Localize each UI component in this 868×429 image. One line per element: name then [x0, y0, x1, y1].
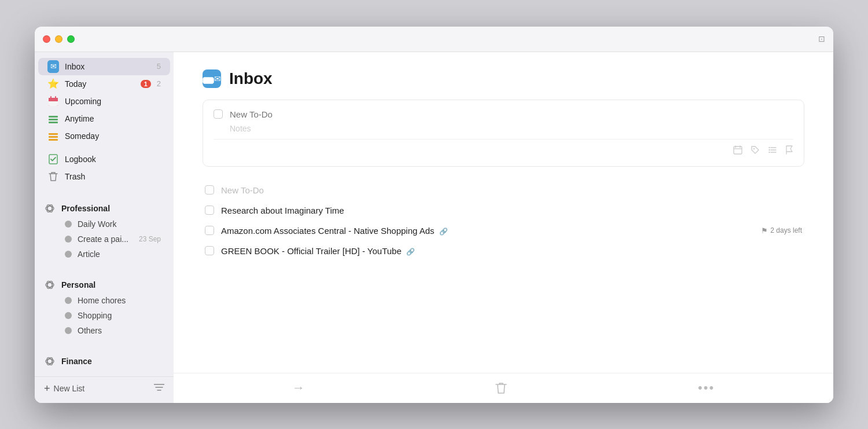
personal-label: Personal	[61, 280, 95, 289]
svg-rect-27	[734, 146, 742, 154]
todo-row-checkbox-1[interactable]	[205, 206, 214, 215]
delete-button[interactable]	[495, 382, 507, 394]
sidebar-item-article[interactable]: Article	[38, 247, 170, 262]
table-row[interactable]: Amazon.com Associates Central - Native S…	[203, 221, 804, 240]
sidebar-item-today[interactable]: ⭐ Today 1 2	[38, 75, 170, 93]
new-todo-input[interactable]	[230, 109, 793, 119]
todo-row-checkbox-3[interactable]	[205, 246, 214, 255]
others-dot	[65, 327, 72, 334]
svg-point-35	[768, 146, 770, 148]
sidebar-item-someday[interactable]: Someday	[38, 127, 170, 145]
todo-row-label-0: New To-Do	[221, 185, 802, 195]
svg-rect-9	[49, 133, 58, 135]
close-button[interactable]	[43, 35, 50, 43]
checklist-tool-icon[interactable]	[768, 145, 777, 157]
svg-rect-11	[49, 139, 58, 141]
todo-toolbar	[214, 139, 793, 157]
maximize-button[interactable]	[67, 35, 75, 43]
sidebar-item-shopping[interactable]: Shopping	[38, 308, 170, 323]
inbox-header-icon: ✉	[203, 69, 221, 88]
svg-rect-10	[49, 136, 58, 138]
createapai-label: Create a pai...	[78, 234, 133, 244]
todo-row-label-2: Amazon.com Associates Central - Native S…	[221, 226, 754, 236]
table-row[interactable]: New To-Do	[203, 181, 804, 200]
dailywork-label: Daily Work	[78, 219, 161, 229]
personal-section-icon	[44, 279, 56, 291]
finance-section-icon	[44, 355, 56, 367]
todo-input-row	[214, 109, 793, 119]
link-icon: 🔗	[439, 228, 448, 236]
content-area: ✉ Inbox 5 ⭐ Today 1 2	[35, 52, 833, 403]
sidebar: ✉ Inbox 5 ⭐ Today 1 2	[35, 52, 174, 403]
new-list-label: New List	[54, 384, 85, 393]
sidebar-item-upcoming[interactable]: Upcoming	[38, 93, 170, 110]
svg-rect-25	[203, 78, 214, 83]
sidebar-upcoming-label: Upcoming	[65, 97, 161, 106]
others-label: Others	[78, 326, 161, 335]
sidebar-item-others[interactable]: Others	[38, 323, 170, 338]
svg-point-36	[768, 149, 770, 150]
sidebar-today-badge: 1	[141, 80, 151, 88]
new-todo-card[interactable]: Notes	[203, 100, 804, 167]
sidebar-anytime-label: Anytime	[65, 114, 161, 123]
sidebar-item-logbook[interactable]: Logbook	[38, 151, 170, 168]
new-todo-checkbox[interactable]	[214, 109, 223, 119]
homechores-dot	[65, 297, 72, 304]
table-row[interactable]: Research about Imaginary Time	[203, 201, 804, 220]
sidebar-footer: + New List	[35, 376, 174, 403]
todo-list: New To-Do Research about Imaginary Time …	[203, 181, 804, 261]
professional-section-icon	[44, 203, 56, 214]
traffic-lights	[43, 35, 75, 43]
minimize-button[interactable]	[55, 35, 62, 43]
svg-point-37	[768, 151, 770, 152]
logbook-icon	[47, 153, 59, 165]
someday-icon	[47, 130, 59, 142]
main-content: ✉ Inbox Notes	[174, 52, 833, 403]
createapai-date: 23 Sep	[139, 235, 161, 243]
sidebar-section-professional: Professional	[35, 195, 174, 217]
expand-icon[interactable]: ⊡	[818, 34, 825, 43]
trash-icon	[47, 171, 59, 182]
todo-row-checkbox-0[interactable]	[205, 185, 214, 195]
calendar-tool-icon[interactable]	[733, 145, 742, 157]
todo-row-checkbox-2[interactable]	[205, 226, 214, 235]
sidebar-inbox-label: Inbox	[65, 62, 151, 71]
sidebar-item-createapai[interactable]: Create a pai... 23 Sep	[38, 232, 170, 247]
table-row[interactable]: GREEN BOOK - Official Trailer [HD] - You…	[203, 241, 804, 261]
homechores-label: Home chores	[78, 296, 161, 305]
todo-row-badge: ⚑ 2 days left	[761, 226, 802, 235]
article-label: Article	[78, 250, 161, 259]
flag-badge-icon: ⚑	[761, 226, 768, 235]
createapai-dot	[65, 236, 72, 243]
today-icon: ⭐	[47, 78, 59, 90]
svg-rect-7	[49, 119, 58, 120]
sidebar-inbox-count: 5	[157, 62, 161, 71]
dailywork-dot	[65, 221, 72, 228]
sidebar-logbook-label: Logbook	[65, 155, 161, 164]
new-list-button[interactable]: + New List	[44, 383, 84, 395]
anytime-icon	[47, 113, 59, 124]
link-icon-2: 🔗	[406, 248, 415, 256]
finance-label: Finance	[61, 357, 92, 366]
sidebar-item-anytime[interactable]: Anytime	[38, 110, 170, 127]
sidebar-trash-label: Trash	[65, 172, 161, 181]
svg-rect-8	[49, 122, 58, 123]
titlebar: ⊡	[35, 27, 833, 52]
move-button[interactable]: →	[292, 380, 305, 395]
main-header: ✉ Inbox	[174, 52, 833, 100]
more-button[interactable]: •••	[698, 380, 715, 395]
svg-point-31	[753, 148, 755, 149]
sidebar-item-inbox[interactable]: ✉ Inbox 5	[38, 58, 170, 75]
article-dot	[65, 251, 72, 258]
sidebar-item-homechores[interactable]: Home chores	[38, 293, 170, 308]
upcoming-icon	[47, 96, 59, 107]
tag-tool-icon[interactable]	[751, 145, 760, 157]
sidebar-item-trash[interactable]: Trash	[38, 168, 170, 185]
sidebar-item-dailywork[interactable]: Daily Work	[38, 217, 170, 232]
filter-icon[interactable]	[154, 383, 164, 394]
todo-row-label-3: GREEN BOOK - Official Trailer [HD] - You…	[221, 246, 802, 256]
svg-rect-3	[49, 98, 58, 101]
todo-notes-placeholder[interactable]: Notes	[214, 124, 793, 133]
flag-tool-icon[interactable]	[785, 145, 793, 157]
sidebar-today-label: Today	[65, 79, 135, 89]
